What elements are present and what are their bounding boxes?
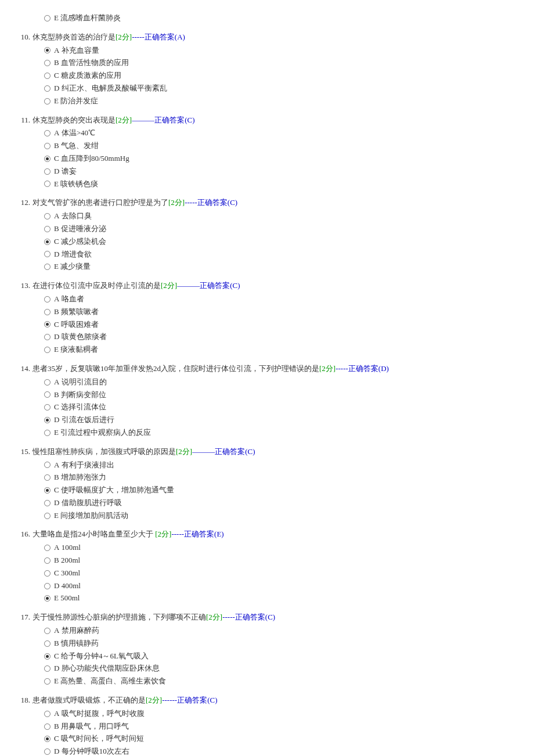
radio-icon[interactable]	[44, 98, 50, 105]
radio-icon[interactable]	[44, 417, 50, 423]
radio-icon[interactable]	[44, 557, 50, 564]
radio-dot	[46, 597, 49, 600]
radio-icon[interactable]	[44, 391, 50, 398]
radio-icon[interactable]	[44, 334, 50, 340]
option-row[interactable]: E 引流过程中观察病人的反应	[44, 427, 522, 439]
option-row[interactable]: E 防治并发症	[44, 95, 522, 107]
option-row[interactable]: E 间接增加肋间肌活动	[44, 510, 522, 522]
option-row[interactable]: D 谵妄	[44, 165, 522, 178]
radio-icon[interactable]	[44, 583, 50, 589]
option-row[interactable]: E 痰液黏稠者	[44, 344, 522, 356]
radio-icon[interactable]	[44, 500, 50, 506]
question-number: 17.	[16, 611, 30, 624]
option-row[interactable]: A 说明引流目的	[44, 376, 522, 388]
radio-icon[interactable]	[44, 678, 50, 685]
option-row[interactable]: A 吸气时挺腹，呼气时收腹	[44, 708, 522, 720]
option-row[interactable]: B 血管活性物质的应用	[44, 57, 522, 69]
radio-icon[interactable]	[44, 73, 50, 79]
radio-icon[interactable]	[44, 47, 50, 53]
radio-icon[interactable]	[44, 130, 50, 136]
radio-icon[interactable]	[44, 156, 50, 162]
radio-icon[interactable]	[44, 640, 50, 647]
radio-icon[interactable]	[44, 404, 50, 411]
option-row[interactable]: A 补充血容量	[44, 45, 522, 57]
option-row[interactable]: A 去除口臭	[44, 210, 522, 222]
radio-icon[interactable]	[44, 570, 50, 577]
option-row[interactable]: C 呼吸困难者	[44, 319, 522, 331]
option-text: 慎用镇静药	[61, 638, 99, 650]
radio-icon[interactable]	[44, 321, 50, 327]
option-row[interactable]: B 慎用镇静药	[44, 638, 522, 650]
radio-icon[interactable]	[44, 653, 50, 660]
radio-icon[interactable]	[44, 545, 50, 551]
option-row[interactable]: A 禁用麻醉药	[44, 625, 522, 637]
option-row[interactable]: A 有利于痰液排出	[44, 459, 522, 471]
options-list: A 体温>40℃B 气急、发绀C 血压降到80/50mmHgD 谵妄E 咳铁锈色…	[33, 127, 522, 190]
option-row[interactable]: B 增加肺泡张力	[44, 471, 522, 484]
radio-icon[interactable]	[44, 665, 50, 672]
radio-icon[interactable]	[44, 15, 50, 21]
option-row[interactable]: C 选择引流体位	[44, 401, 522, 413]
option-row[interactable]: D 借助腹肌进行呼吸	[44, 497, 522, 509]
option-row[interactable]: D 每分钟呼吸10次左右	[44, 746, 522, 756]
radio-icon[interactable]	[44, 296, 50, 303]
radio-icon[interactable]	[44, 309, 50, 315]
radio-icon[interactable]	[44, 85, 50, 92]
option-letter: A	[54, 625, 59, 637]
radio-icon[interactable]	[44, 736, 50, 742]
option-row[interactable]: E 高热量、高蛋白、高维生素饮食	[44, 675, 522, 687]
radio-icon[interactable]	[44, 264, 50, 270]
question-stem: 关于慢性肺源性心脏病的护理措施，下列哪项不正确	[33, 613, 206, 621]
option-row[interactable]: B 频繁咳嗽者	[44, 306, 522, 318]
question: 10.休克型肺炎首选的治疗是[2分]-----正确答案(A)A 补充血容量B 血…	[33, 31, 522, 107]
option-row[interactable]: C 使呼吸幅度扩大，增加肺泡通气量	[44, 484, 522, 496]
option-row[interactable]: D 增进食欲	[44, 249, 522, 261]
option-row[interactable]: C 减少感染机会	[44, 236, 522, 248]
option-row[interactable]: D 咳黄色脓痰者	[44, 331, 522, 343]
radio-icon[interactable]	[44, 430, 50, 436]
option-row[interactable]: E 减少痰量	[44, 261, 522, 273]
option-row[interactable]: D 400ml	[44, 580, 522, 592]
radio-icon[interactable]	[44, 181, 50, 187]
radio-icon[interactable]	[44, 347, 50, 353]
radio-icon[interactable]	[44, 748, 50, 755]
option-letter: D	[54, 331, 59, 343]
option-row[interactable]: D 引流在饭后进行	[44, 414, 522, 426]
option-row[interactable]: E 咳铁锈色痰	[44, 178, 522, 190]
radio-icon[interactable]	[44, 462, 50, 468]
radio-icon[interactable]	[44, 474, 50, 481]
radio-icon[interactable]	[44, 513, 50, 519]
radio-icon[interactable]	[44, 168, 50, 175]
option-row[interactable]: C 血压降到80/50mmHg	[44, 153, 522, 165]
radio-icon[interactable]	[44, 143, 50, 149]
option-row[interactable]: C 吸气时间长，呼气时间短	[44, 733, 522, 745]
option-row[interactable]: D 肺心功能失代偿期应卧床休息	[44, 663, 522, 675]
option-letter: E	[54, 510, 59, 522]
option-row[interactable]: A 咯血者	[44, 293, 522, 305]
option-row[interactable]: E 500ml	[44, 592, 522, 604]
option-row[interactable]: A 100ml	[44, 542, 522, 554]
option-row[interactable]: C 300ml	[44, 567, 522, 579]
option-row[interactable]: B 判断病变部位	[44, 389, 522, 401]
option-row[interactable]: B 促进唾液分泌	[44, 223, 522, 235]
radio-icon[interactable]	[44, 487, 50, 494]
option-row[interactable]: C 糖皮质激素的应用	[44, 70, 522, 82]
option-row[interactable]: D 纠正水、电解质及酸碱平衡紊乱	[44, 82, 522, 95]
radio-icon[interactable]	[44, 628, 50, 634]
option-row[interactable]: A 体温>40℃	[44, 127, 522, 139]
radio-icon[interactable]	[44, 239, 50, 245]
radio-icon[interactable]	[44, 711, 50, 717]
option-row[interactable]: B 气急、发绀	[44, 140, 522, 152]
radio-icon[interactable]	[44, 251, 50, 257]
option-row[interactable]: B 200ml	[44, 555, 522, 567]
radio-icon[interactable]	[44, 595, 50, 602]
question-number: 12.	[16, 197, 30, 209]
option-row[interactable]: B 用鼻吸气，用口呼气	[44, 721, 522, 733]
option-row[interactable]: C 给予每分钟4～6L氧气吸入	[44, 650, 522, 663]
radio-icon[interactable]	[44, 213, 50, 219]
radio-icon[interactable]	[44, 723, 50, 730]
radio-icon[interactable]	[44, 379, 50, 386]
radio-icon[interactable]	[44, 60, 50, 66]
radio-icon[interactable]	[44, 226, 50, 232]
option-row[interactable]: E 流感嗜血杆菌肺炎	[44, 12, 522, 24]
